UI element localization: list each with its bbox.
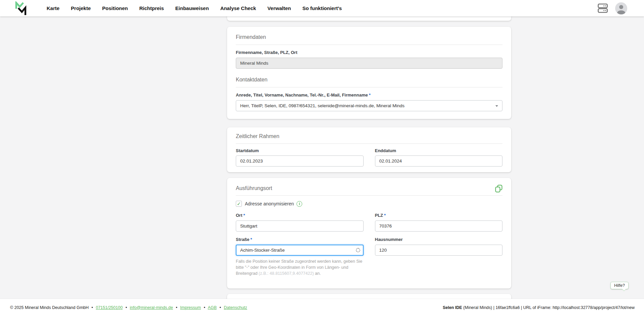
divider (236, 195, 502, 196)
nav-item-einbauweisen[interactable]: Einbauweisen (175, 5, 209, 11)
navbar-right (598, 2, 627, 14)
separator: • (204, 305, 205, 310)
separator: • (92, 305, 93, 310)
enddatum-field: Enddatum (375, 148, 503, 167)
divider (236, 143, 502, 144)
required-asterisk: * (369, 92, 371, 98)
strasse-input[interactable] (236, 245, 364, 256)
ort-input[interactable] (236, 220, 364, 232)
enddatum-input[interactable] (375, 155, 503, 167)
separator: • (219, 305, 221, 310)
startdatum-label: Startdatum (236, 148, 364, 153)
separator: • (125, 305, 127, 310)
footer-debug-info: Selen IDE (Mineral Minds) | 16fae1ffc6a6… (443, 305, 635, 310)
nav-item-projekte[interactable]: Projekte (71, 5, 91, 11)
server-icon[interactable] (598, 3, 608, 13)
page: Karte Projekte Positionen Richtpreis Ein… (0, 0, 644, 316)
footer-link-impressum[interactable]: Impressum (180, 305, 201, 310)
required-asterisk: * (244, 213, 245, 218)
app-logo[interactable] (14, 1, 27, 15)
footer-link-agb[interactable]: AGB (208, 305, 217, 310)
footer-left: © 2025 Mineral Minds Deutschland GmbH • … (10, 305, 247, 310)
person-icon (615, 3, 627, 14)
footer: © 2025 Mineral Minds Deutschland GmbH • … (0, 299, 644, 316)
chevron-down-icon (495, 105, 498, 107)
startdatum-field: Startdatum (236, 148, 364, 167)
startdatum-input[interactable] (236, 155, 364, 167)
strasse-label: Straße* (236, 237, 364, 242)
strasse-label-text: Straße (236, 237, 249, 242)
separator: • (176, 305, 177, 310)
plz-input[interactable] (375, 220, 503, 232)
anonymisieren-row: ✓ Adresse anonymisieren i (236, 201, 502, 207)
strasse-field: Straße* Falls die Position keiner Straße… (236, 237, 364, 276)
info-icon[interactable]: i (297, 201, 302, 207)
kontakt-select[interactable]: Herr, TitelP, Selen, IDE, 0987/654321, s… (236, 100, 502, 111)
firmendaten-title: Firmendaten (236, 34, 502, 40)
nav-item-karte[interactable]: Karte (47, 5, 59, 11)
helper-suffix-text: an. (314, 271, 321, 276)
strasse-helper-text: Falls die Position keiner Straße zugeord… (236, 258, 363, 276)
navbar: Karte Projekte Positionen Richtpreis Ein… (0, 0, 644, 16)
nav-item-richtpreis[interactable]: Richtpreis (139, 5, 164, 11)
kontaktdaten-title: Kontaktdaten (236, 77, 502, 83)
hausnummer-field: Hausnummer (375, 237, 503, 276)
kontakt-select-value: Herr, TitelP, Selen, IDE, 0987/654321, s… (240, 103, 405, 108)
user-avatar[interactable] (615, 2, 627, 14)
zeitraum-title: Zeitlicher Rahmen (236, 133, 502, 139)
card-zeitlicher-rahmen: Zeitlicher Rahmen Startdatum Enddatum (227, 127, 511, 172)
enddatum-label: Enddatum (375, 148, 503, 153)
hausnummer-label: Hausnummer (375, 237, 503, 242)
helper-example-text: (z.B.: 48.8115607,9.4077422) (259, 271, 314, 276)
help-button[interactable]: Hilfe? (610, 282, 629, 289)
ort-field: Ort* (236, 213, 364, 232)
hausnummer-input[interactable] (375, 245, 503, 256)
nav-item-positionen[interactable]: Positionen (102, 5, 128, 11)
card-firmendaten: Firmendaten Firmenname, Straße, PLZ, Ort… (227, 27, 511, 119)
footer-link-email[interactable]: info@mineral-minds.de (130, 305, 173, 310)
mineral-minds-logo-icon (14, 1, 27, 15)
main-menu: Karte Projekte Positionen Richtpreis Ein… (47, 5, 342, 11)
plz-label-text: PLZ (375, 213, 383, 218)
required-asterisk: * (250, 237, 252, 242)
required-asterisk: * (384, 213, 386, 218)
ort-label-text: Ort (236, 213, 243, 218)
nav-item-verwalten[interactable]: Verwalten (267, 5, 291, 11)
footer-link-phone[interactable]: 07151/250100 (96, 305, 123, 310)
kontakt-label: Anrede, Titel, Vorname, Nachname, Tel.-N… (236, 92, 502, 98)
plz-label: PLZ* (375, 213, 503, 218)
kontakt-label-text: Anrede, Titel, Vorname, Nachname, Tel.-N… (236, 92, 368, 98)
divider (236, 45, 502, 45)
ort-label: Ort* (236, 213, 364, 218)
footer-link-datenschutz[interactable]: Datenschutz (224, 305, 247, 310)
firmenname-input[interactable] (236, 58, 502, 69)
plz-field: PLZ* (375, 213, 503, 232)
firmenname-label: Firmenname, Straße, PLZ, Ort (236, 50, 502, 55)
card-ausfuehrungsort: Ausführungsort ✓ Adresse anonymisieren i… (227, 178, 511, 289)
ausfuehrungsort-title: Ausführungsort (236, 185, 502, 191)
divider (236, 87, 502, 87)
debug-ide-name: Selen IDE (443, 305, 462, 310)
copyright-text: © 2025 Mineral Minds Deutschland GmbH (10, 305, 89, 310)
debug-details: (Mineral Minds) | 16fae1ffc6a6 | URL of … (462, 305, 635, 310)
nav-item-so-funktionierts[interactable]: So funktioniert's (302, 5, 342, 11)
copy-icon[interactable] (495, 185, 502, 193)
anonymisieren-label: Adresse anonymisieren (245, 201, 294, 206)
loading-spinner-icon (356, 248, 360, 252)
nav-item-analyse-check[interactable]: Analyse Check (220, 5, 256, 11)
anonymisieren-checkbox[interactable]: ✓ (236, 201, 242, 207)
